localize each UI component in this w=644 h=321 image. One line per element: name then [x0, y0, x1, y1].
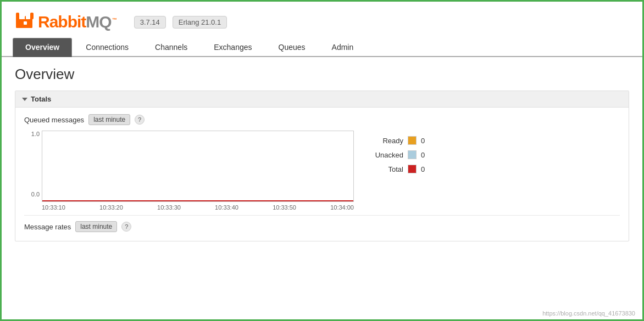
legend-ready-value: 0 — [421, 137, 432, 145]
queued-messages-title: Queued messages last minute ? — [24, 114, 620, 125]
header: RabbitMQ™ 3.7.14 Erlang 21.0.1 — [2, 2, 642, 38]
totals-section-body: Queued messages last minute ? 1.0 0.0 — [15, 108, 629, 241]
legend-unacked-label: Unacked — [370, 151, 403, 159]
main-content: Overview Totals Queued messages last min… — [2, 57, 642, 259]
svg-rect-2 — [16, 13, 19, 19]
y-label-bottom: 0.0 — [31, 191, 40, 198]
rabbitmq-logo-icon — [15, 12, 36, 32]
queued-messages-label: Queued messages — [24, 116, 84, 124]
totals-label: Totals — [31, 95, 51, 103]
legend-total: Total 0 — [370, 165, 432, 173]
footer-link: https://blog.csdn.net/qq_41673830 — [542, 310, 635, 317]
totals-section: Totals Queued messages last minute ? 1.0… — [15, 91, 629, 241]
chart-area — [42, 131, 354, 202]
chart-x-labels: 10:33:10 10:33:20 10:33:30 10:33:40 10:3… — [42, 204, 354, 211]
footer-url: https://blog.csdn.net/qq_41673830 — [542, 310, 635, 317]
x-label-2: 10:33:20 — [99, 204, 123, 211]
logo-tm: ™ — [112, 17, 116, 22]
tab-admin[interactable]: Admin — [319, 38, 367, 56]
legend-ready: Ready 0 — [370, 136, 432, 145]
message-rates-time-button[interactable]: last minute — [75, 221, 117, 232]
message-rates-label: Message rates — [24, 223, 71, 231]
chart-y-labels: 1.0 0.0 — [24, 131, 42, 198]
version-badge: 3.7.14 — [134, 16, 166, 29]
legend-total-value: 0 — [421, 165, 432, 173]
x-label-3: 10:33:30 — [157, 204, 181, 211]
svg-rect-3 — [19, 15, 24, 19]
tab-overview[interactable]: Overview — [13, 38, 72, 57]
tab-channels[interactable]: Channels — [142, 38, 200, 56]
legend-unacked: Unacked 0 — [370, 150, 432, 159]
legend-ready-label: Ready — [370, 137, 403, 145]
y-label-top: 1.0 — [31, 131, 40, 137]
legend-ready-swatch — [408, 136, 417, 145]
svg-rect-4 — [26, 15, 30, 19]
chevron-down-icon[interactable] — [22, 98, 27, 101]
tab-exchanges[interactable]: Exchanges — [201, 38, 264, 56]
logo: RabbitMQ™ — [15, 12, 116, 32]
logo-rabbit: Rabbit — [38, 13, 86, 31]
tab-queues[interactable]: Queues — [266, 38, 318, 56]
legend-total-swatch — [408, 165, 417, 173]
chart-baseline — [42, 200, 353, 201]
x-label-1: 10:33:10 — [42, 204, 65, 211]
erlang-badge: Erlang 21.0.1 — [173, 16, 227, 29]
svg-rect-8 — [24, 21, 27, 25]
message-rates-help-button[interactable]: ? — [121, 222, 131, 232]
logo-mq: MQ — [86, 13, 111, 31]
time-range-button[interactable]: last minute — [88, 114, 130, 125]
help-button[interactable]: ? — [135, 115, 145, 125]
main-nav: Overview Connections Channels Exchanges … — [2, 38, 642, 57]
x-label-6: 10:34:00 — [330, 204, 354, 211]
chart-container: 1.0 0.0 10:33:10 10:33:20 10:33:30 10:33… — [24, 131, 354, 211]
x-label-5: 10:33:50 — [273, 204, 296, 211]
message-rates-row: Message rates last minute ? — [24, 215, 620, 234]
x-label-4: 10:33:40 — [215, 204, 238, 211]
chart-inner — [42, 131, 353, 201]
logo-text: RabbitMQ™ — [38, 13, 116, 31]
legend-total-label: Total — [370, 165, 403, 173]
legend-unacked-swatch — [408, 150, 417, 159]
totals-section-header: Totals — [15, 91, 629, 108]
page-title: Overview — [15, 66, 629, 83]
chart-row: 1.0 0.0 10:33:10 10:33:20 10:33:30 10:33… — [24, 131, 620, 211]
tab-connections[interactable]: Connections — [73, 38, 141, 56]
svg-rect-5 — [30, 13, 34, 19]
legend-unacked-value: 0 — [421, 151, 432, 159]
chart-legend: Ready 0 Unacked 0 Total 0 — [370, 131, 432, 173]
